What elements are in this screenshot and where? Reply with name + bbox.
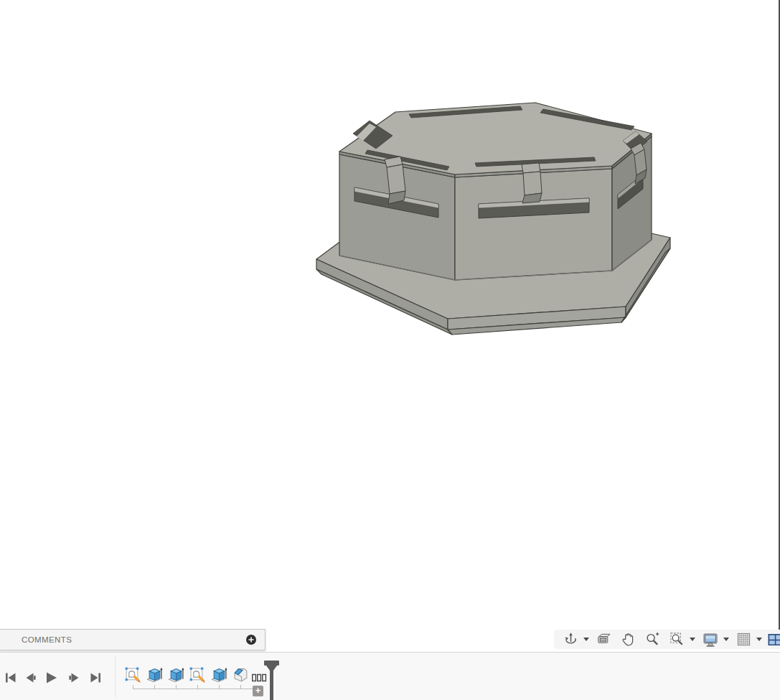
add-comment-button[interactable] <box>245 634 257 645</box>
timeline-tick <box>240 685 241 689</box>
orbit-icon <box>563 632 578 647</box>
app-window: COMMENTS <box>0 0 780 700</box>
timeline-feature-extrude[interactable] <box>168 667 184 683</box>
grid-settings-dropdown-caret[interactable] <box>756 638 762 641</box>
timeline-playhead[interactable] <box>263 660 281 700</box>
zoom-icon <box>645 632 660 647</box>
display-settings-dropdown-caret[interactable] <box>723 638 729 641</box>
timeline-track[interactable] <box>133 689 256 689</box>
previous-feature-button[interactable] <box>23 671 39 685</box>
timeline-tick <box>154 685 155 689</box>
comments-label: COMMENTS <box>0 635 72 644</box>
timeline-tick <box>176 685 177 689</box>
viewport-3d[interactable] <box>0 0 780 630</box>
timeline-feature-extrude[interactable] <box>146 667 163 683</box>
timeline-tick <box>133 685 133 689</box>
timeline-tick <box>219 685 220 689</box>
zoom-button[interactable] <box>644 630 662 649</box>
timeline-bar: + <box>0 652 780 700</box>
play-button[interactable] <box>43 671 59 685</box>
go-to-beginning-button[interactable] <box>3 671 19 685</box>
grid-settings-button[interactable] <box>735 630 753 649</box>
go-to-end-button[interactable] <box>88 671 103 685</box>
zoom-window-icon <box>669 632 685 647</box>
viewports-button[interactable] <box>767 632 780 648</box>
timeline-divider <box>115 657 116 697</box>
zoom-window-dropdown-caret[interactable] <box>690 638 695 641</box>
timeline-feature-extrude[interactable] <box>211 667 227 683</box>
grid-icon <box>736 632 751 647</box>
orbit-dropdown-caret[interactable] <box>583 638 589 641</box>
look-at-icon <box>596 632 611 647</box>
orbit-button[interactable] <box>562 630 580 649</box>
timeline-tick <box>197 685 198 689</box>
comments-bar[interactable]: COMMENTS <box>0 629 266 650</box>
next-feature-button[interactable] <box>66 671 82 685</box>
pan-hand-icon <box>621 632 636 647</box>
navigation-toolbar <box>554 630 780 649</box>
display-settings-button[interactable] <box>701 630 720 649</box>
zoom-window-button[interactable] <box>668 630 686 649</box>
model-hexagonal-enclosure[interactable] <box>0 0 780 630</box>
timeline-feature-sketch[interactable] <box>189 667 206 683</box>
pan-button[interactable] <box>619 630 637 649</box>
look-at-button[interactable] <box>595 630 613 649</box>
timeline-feature-sketch[interactable] <box>125 667 141 683</box>
viewports-icon <box>767 632 780 648</box>
display-settings-icon <box>703 632 718 648</box>
add-feature-button[interactable]: + <box>253 686 263 696</box>
timeline-feature-chamfer[interactable] <box>232 667 249 683</box>
